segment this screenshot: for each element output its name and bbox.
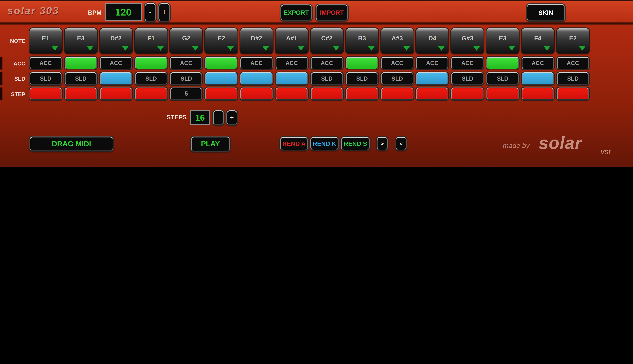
step-toggle-step-14[interactable] xyxy=(487,88,519,100)
note-dropdown-triangle-icon[interactable] xyxy=(122,46,128,51)
pattern-prev-button[interactable]: < xyxy=(395,137,406,150)
note-select-step-12[interactable]: D4 xyxy=(416,28,449,54)
accent-toggle-step-6[interactable] xyxy=(205,57,238,70)
accent-toggle-step-12[interactable]: ACC xyxy=(416,57,449,70)
note-select-step-5[interactable]: G2 xyxy=(170,28,202,54)
note-dropdown-triangle-icon[interactable] xyxy=(52,46,58,51)
accent-toggle-step-7[interactable]: ACC xyxy=(240,57,273,70)
note-select-step-8[interactable]: A#1 xyxy=(276,28,308,54)
note-dropdown-triangle-icon[interactable] xyxy=(333,46,339,51)
slide-toggle-step-9[interactable]: SLD xyxy=(311,72,343,85)
note-dropdown-triangle-icon[interactable] xyxy=(368,46,374,51)
note-dropdown-triangle-icon[interactable] xyxy=(157,46,163,51)
accent-toggle-step-13[interactable]: ACC xyxy=(451,57,484,70)
step-toggle-step-4[interactable] xyxy=(135,88,167,100)
slide-toggle-step-5[interactable]: SLD xyxy=(170,72,202,85)
step-toggle-step-15[interactable] xyxy=(522,88,554,100)
slide-toggle-step-7[interactable] xyxy=(240,72,273,85)
render-sequence-button[interactable]: REND S xyxy=(341,137,370,150)
slide-toggle-step-14[interactable]: SLD xyxy=(487,72,519,85)
step-toggle-step-5[interactable]: 5 xyxy=(170,88,202,100)
note-select-step-16[interactable]: E2 xyxy=(557,28,589,54)
slide-toggle-step-2[interactable]: SLD xyxy=(65,72,97,85)
step-toggle-step-1[interactable] xyxy=(30,88,62,100)
render-kick-button[interactable]: REND K xyxy=(310,137,339,150)
steps-increment-button[interactable]: + xyxy=(227,110,238,125)
sld-row-label: SLD xyxy=(3,76,25,82)
note-select-step-10[interactable]: B3 xyxy=(346,28,378,54)
top-bar-seam xyxy=(0,22,633,24)
slide-toggle-step-4[interactable]: SLD xyxy=(135,72,167,85)
skin-button[interactable]: SKIN xyxy=(527,4,565,21)
bpm-label: BPM xyxy=(74,9,102,16)
pattern-next-button[interactable]: > xyxy=(377,137,388,150)
steps-decrement-button[interactable]: - xyxy=(213,110,224,125)
note-select-step-13[interactable]: G#3 xyxy=(451,28,484,54)
slide-toggle-step-3[interactable] xyxy=(100,72,132,85)
accent-toggle-step-1[interactable]: ACC xyxy=(30,57,62,70)
accent-toggle-step-15[interactable]: ACC xyxy=(522,57,554,70)
render-audio-button[interactable]: REND A xyxy=(280,137,308,150)
note-select-step-3[interactable]: D#2 xyxy=(100,28,132,54)
note-select-step-4[interactable]: F1 xyxy=(135,28,167,54)
step-toggle-step-7[interactable] xyxy=(240,88,273,100)
note-select-step-2[interactable]: E3 xyxy=(65,28,97,54)
import-button[interactable]: IMPORT xyxy=(316,4,348,21)
slide-toggle-step-10[interactable]: SLD xyxy=(346,72,378,85)
step-toggle-step-6[interactable] xyxy=(205,88,238,100)
slide-toggle-step-1[interactable]: SLD xyxy=(30,72,62,85)
slide-toggle-step-13[interactable]: SLD xyxy=(451,72,484,85)
bpm-display[interactable]: 120 xyxy=(105,3,142,21)
note-dropdown-triangle-icon[interactable] xyxy=(192,46,199,51)
note-dropdown-triangle-icon[interactable] xyxy=(509,46,515,51)
accent-toggle-step-8[interactable]: ACC xyxy=(276,57,308,70)
step-toggle-step-8[interactable] xyxy=(276,88,308,100)
accent-toggle-step-2[interactable] xyxy=(65,57,97,70)
steps-display[interactable]: 16 xyxy=(190,110,210,125)
app-logo: solar 303 xyxy=(7,5,59,17)
slide-toggle-step-15[interactable] xyxy=(522,72,554,85)
step-toggle-step-11[interactable] xyxy=(381,88,413,100)
accent-toggle-step-16[interactable]: ACC xyxy=(557,57,589,70)
note-select-step-6[interactable]: E2 xyxy=(205,28,238,54)
bpm-decrement-button[interactable]: - xyxy=(145,3,156,22)
note-dropdown-triangle-icon[interactable] xyxy=(438,46,445,51)
note-dropdown-triangle-icon[interactable] xyxy=(579,46,585,51)
step-toggle-step-13[interactable] xyxy=(451,88,484,100)
step-toggle-step-12[interactable] xyxy=(416,88,449,100)
accent-toggle-step-5[interactable]: ACC xyxy=(170,57,202,70)
slide-toggle-step-16[interactable]: SLD xyxy=(557,72,589,85)
note-dropdown-triangle-icon[interactable] xyxy=(228,46,234,51)
note-select-step-15[interactable]: F4 xyxy=(522,28,554,54)
step-toggle-step-3[interactable] xyxy=(100,88,132,100)
note-select-step-7[interactable]: D#2 xyxy=(240,28,273,54)
accent-toggle-step-4[interactable] xyxy=(135,57,167,70)
note-dropdown-triangle-icon[interactable] xyxy=(473,46,480,51)
drag-midi-button[interactable]: DRAG MIDI xyxy=(30,136,113,151)
play-button[interactable]: PLAY xyxy=(191,136,230,152)
note-select-step-11[interactable]: A#3 xyxy=(381,28,413,54)
slide-toggle-step-11[interactable]: SLD xyxy=(381,72,413,85)
note-select-step-9[interactable]: C#2 xyxy=(311,28,343,54)
accent-toggle-step-9[interactable]: ACC xyxy=(311,57,343,70)
accent-toggle-step-3[interactable]: ACC xyxy=(100,57,132,70)
note-dropdown-triangle-icon[interactable] xyxy=(544,46,550,51)
accent-toggle-step-11[interactable]: ACC xyxy=(381,57,413,70)
slide-toggle-step-8[interactable] xyxy=(276,72,308,85)
accent-toggle-step-14[interactable] xyxy=(487,57,519,70)
slide-toggle-step-6[interactable] xyxy=(205,72,238,85)
note-dropdown-triangle-icon[interactable] xyxy=(403,46,410,51)
step-toggle-step-10[interactable] xyxy=(346,88,378,100)
note-dropdown-triangle-icon[interactable] xyxy=(298,46,304,51)
slide-toggle-step-12[interactable] xyxy=(416,72,449,85)
step-toggle-step-9[interactable] xyxy=(311,88,343,100)
note-dropdown-triangle-icon[interactable] xyxy=(87,46,93,51)
step-toggle-step-2[interactable] xyxy=(65,88,97,100)
note-select-step-14[interactable]: E3 xyxy=(487,28,519,54)
accent-toggle-step-10[interactable] xyxy=(346,57,378,70)
note-select-step-1[interactable]: E1 xyxy=(30,28,62,54)
note-dropdown-triangle-icon[interactable] xyxy=(263,46,269,51)
export-button[interactable]: EXPORT xyxy=(280,4,312,21)
step-toggle-step-16[interactable] xyxy=(557,88,589,100)
bpm-increment-button[interactable]: + xyxy=(158,3,170,22)
